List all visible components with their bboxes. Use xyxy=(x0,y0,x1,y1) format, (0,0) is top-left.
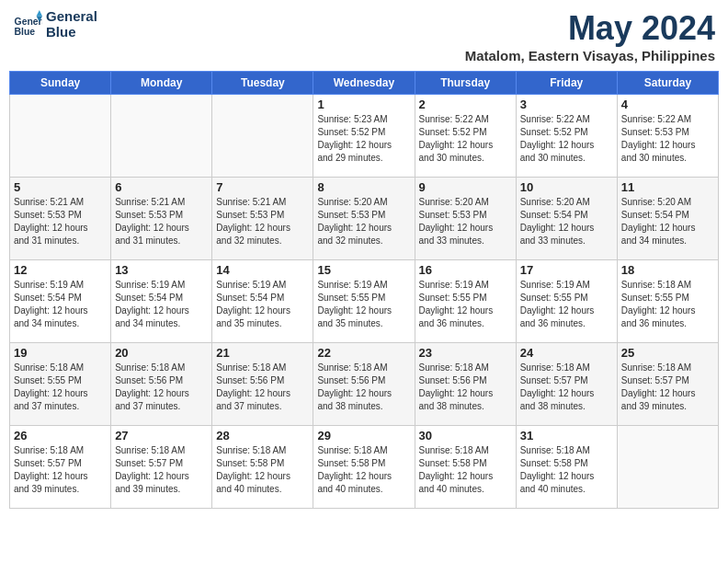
calendar-cell: 1Sunrise: 5:23 AMSunset: 5:52 PMDaylight… xyxy=(313,95,415,178)
day-number: 15 xyxy=(317,263,410,277)
day-info: Sunrise: 5:19 AMSunset: 5:54 PMDaylight:… xyxy=(115,279,208,330)
calendar-cell: 18Sunrise: 5:18 AMSunset: 5:55 PMDayligh… xyxy=(617,260,718,343)
calendar-cell: 9Sunrise: 5:20 AMSunset: 5:53 PMDaylight… xyxy=(415,178,516,260)
day-info: Sunrise: 5:20 AMSunset: 5:54 PMDaylight:… xyxy=(520,196,613,247)
calendar-cell: 8Sunrise: 5:20 AMSunset: 5:53 PMDaylight… xyxy=(313,178,415,260)
day-number: 18 xyxy=(621,263,714,277)
day-number: 31 xyxy=(520,429,613,442)
calendar-cell: 11Sunrise: 5:20 AMSunset: 5:54 PMDayligh… xyxy=(617,178,718,260)
day-number: 2 xyxy=(419,98,512,111)
calendar-cell: 16Sunrise: 5:19 AMSunset: 5:55 PMDayligh… xyxy=(415,260,516,343)
day-info: Sunrise: 5:22 AMSunset: 5:52 PMDaylight:… xyxy=(520,113,613,165)
day-info: Sunrise: 5:18 AMSunset: 5:57 PMDaylight:… xyxy=(520,362,613,413)
title-block: May 2024 Matalom, Eastern Visayas, Phili… xyxy=(465,9,715,63)
day-number: 28 xyxy=(216,429,309,442)
day-info: Sunrise: 5:18 AMSunset: 5:55 PMDaylight:… xyxy=(14,362,107,413)
week-row-4: 19Sunrise: 5:18 AMSunset: 5:55 PMDayligh… xyxy=(10,343,719,426)
calendar-cell: 30Sunrise: 5:18 AMSunset: 5:58 PMDayligh… xyxy=(415,426,516,509)
day-info: Sunrise: 5:18 AMSunset: 5:58 PMDaylight:… xyxy=(520,444,613,496)
day-info: Sunrise: 5:18 AMSunset: 5:57 PMDaylight:… xyxy=(621,362,714,413)
calendar-cell: 24Sunrise: 5:18 AMSunset: 5:57 PMDayligh… xyxy=(516,343,617,426)
day-number: 14 xyxy=(216,263,309,277)
day-number: 13 xyxy=(115,263,208,277)
day-number: 11 xyxy=(621,180,714,194)
calendar-cell: 22Sunrise: 5:18 AMSunset: 5:56 PMDayligh… xyxy=(313,343,415,426)
day-info: Sunrise: 5:21 AMSunset: 5:53 PMDaylight:… xyxy=(216,196,309,247)
day-number: 17 xyxy=(520,263,613,277)
calendar-cell: 25Sunrise: 5:18 AMSunset: 5:57 PMDayligh… xyxy=(617,343,718,426)
calendar-cell: 4Sunrise: 5:22 AMSunset: 5:53 PMDaylight… xyxy=(617,95,718,178)
calendar-cell xyxy=(111,95,212,178)
calendar-cell: 13Sunrise: 5:19 AMSunset: 5:54 PMDayligh… xyxy=(111,260,212,343)
day-info: Sunrise: 5:21 AMSunset: 5:53 PMDaylight:… xyxy=(14,196,107,247)
weekday-header-tuesday: Tuesday xyxy=(212,72,313,95)
calendar-cell: 19Sunrise: 5:18 AMSunset: 5:55 PMDayligh… xyxy=(10,343,111,426)
day-number: 19 xyxy=(14,346,107,360)
calendar-cell: 6Sunrise: 5:21 AMSunset: 5:53 PMDaylight… xyxy=(111,178,212,260)
day-info: Sunrise: 5:20 AMSunset: 5:54 PMDaylight:… xyxy=(621,196,714,247)
day-number: 16 xyxy=(419,263,512,277)
day-info: Sunrise: 5:18 AMSunset: 5:58 PMDaylight:… xyxy=(216,444,309,496)
day-number: 1 xyxy=(317,98,410,111)
day-number: 25 xyxy=(621,346,714,360)
day-number: 12 xyxy=(14,263,107,277)
day-info: Sunrise: 5:21 AMSunset: 5:53 PMDaylight:… xyxy=(115,196,208,247)
calendar-cell: 21Sunrise: 5:18 AMSunset: 5:56 PMDayligh… xyxy=(212,343,313,426)
day-number: 10 xyxy=(520,180,613,194)
day-info: Sunrise: 5:22 AMSunset: 5:52 PMDaylight:… xyxy=(419,113,512,165)
calendar-cell: 28Sunrise: 5:18 AMSunset: 5:58 PMDayligh… xyxy=(212,426,313,509)
day-number: 7 xyxy=(216,180,309,194)
calendar-cell: 5Sunrise: 5:21 AMSunset: 5:53 PMDaylight… xyxy=(10,178,111,260)
svg-marker-2 xyxy=(37,10,42,16)
calendar-cell: 27Sunrise: 5:18 AMSunset: 5:57 PMDayligh… xyxy=(111,426,212,509)
day-info: Sunrise: 5:22 AMSunset: 5:53 PMDaylight:… xyxy=(621,113,714,165)
day-number: 26 xyxy=(14,429,107,442)
day-info: Sunrise: 5:18 AMSunset: 5:56 PMDaylight:… xyxy=(216,362,309,413)
day-info: Sunrise: 5:18 AMSunset: 5:55 PMDaylight:… xyxy=(621,279,714,330)
calendar-cell: 20Sunrise: 5:18 AMSunset: 5:56 PMDayligh… xyxy=(111,343,212,426)
week-row-1: 1Sunrise: 5:23 AMSunset: 5:52 PMDaylight… xyxy=(10,95,719,178)
logo-icon: General Blue xyxy=(13,10,42,40)
day-info: Sunrise: 5:18 AMSunset: 5:57 PMDaylight:… xyxy=(115,444,208,496)
day-number: 8 xyxy=(317,180,410,194)
day-number: 9 xyxy=(419,180,512,194)
logo-text-blue: Blue xyxy=(46,25,97,40)
weekday-header-wednesday: Wednesday xyxy=(313,72,415,95)
week-row-2: 5Sunrise: 5:21 AMSunset: 5:53 PMDaylight… xyxy=(10,178,719,260)
day-number: 22 xyxy=(317,346,410,360)
calendar-cell xyxy=(212,95,313,178)
calendar-cell: 12Sunrise: 5:19 AMSunset: 5:54 PMDayligh… xyxy=(10,260,111,343)
day-info: Sunrise: 5:23 AMSunset: 5:52 PMDaylight:… xyxy=(317,113,410,165)
week-row-3: 12Sunrise: 5:19 AMSunset: 5:54 PMDayligh… xyxy=(10,260,719,343)
weekday-header-monday: Monday xyxy=(111,72,212,95)
day-info: Sunrise: 5:18 AMSunset: 5:56 PMDaylight:… xyxy=(419,362,512,413)
page-header: General Blue General Blue May 2024 Matal… xyxy=(9,9,719,63)
day-number: 4 xyxy=(621,98,714,111)
day-info: Sunrise: 5:19 AMSunset: 5:55 PMDaylight:… xyxy=(317,279,410,330)
location-title: Matalom, Eastern Visayas, Philippines xyxy=(465,48,715,63)
weekday-header-thursday: Thursday xyxy=(415,72,516,95)
day-info: Sunrise: 5:19 AMSunset: 5:55 PMDaylight:… xyxy=(520,279,613,330)
calendar-cell: 2Sunrise: 5:22 AMSunset: 5:52 PMDaylight… xyxy=(415,95,516,178)
day-number: 29 xyxy=(317,429,410,442)
day-info: Sunrise: 5:20 AMSunset: 5:53 PMDaylight:… xyxy=(317,196,410,247)
week-row-5: 26Sunrise: 5:18 AMSunset: 5:57 PMDayligh… xyxy=(10,426,719,509)
day-number: 30 xyxy=(419,429,512,442)
day-number: 24 xyxy=(520,346,613,360)
day-info: Sunrise: 5:19 AMSunset: 5:55 PMDaylight:… xyxy=(419,279,512,330)
day-info: Sunrise: 5:19 AMSunset: 5:54 PMDaylight:… xyxy=(216,279,309,330)
calendar-cell: 10Sunrise: 5:20 AMSunset: 5:54 PMDayligh… xyxy=(516,178,617,260)
day-info: Sunrise: 5:18 AMSunset: 5:56 PMDaylight:… xyxy=(115,362,208,413)
day-info: Sunrise: 5:20 AMSunset: 5:53 PMDaylight:… xyxy=(419,196,512,247)
calendar-cell: 7Sunrise: 5:21 AMSunset: 5:53 PMDaylight… xyxy=(212,178,313,260)
weekday-header-row: SundayMondayTuesdayWednesdayThursdayFrid… xyxy=(10,72,719,95)
weekday-header-saturday: Saturday xyxy=(617,72,718,95)
weekday-header-sunday: Sunday xyxy=(10,72,111,95)
day-number: 23 xyxy=(419,346,512,360)
calendar-cell: 29Sunrise: 5:18 AMSunset: 5:58 PMDayligh… xyxy=(313,426,415,509)
day-number: 27 xyxy=(115,429,208,442)
logo-text-general: General xyxy=(46,9,97,25)
svg-text:Blue: Blue xyxy=(15,27,36,37)
calendar-cell xyxy=(10,95,111,178)
day-info: Sunrise: 5:18 AMSunset: 5:58 PMDaylight:… xyxy=(317,444,410,496)
